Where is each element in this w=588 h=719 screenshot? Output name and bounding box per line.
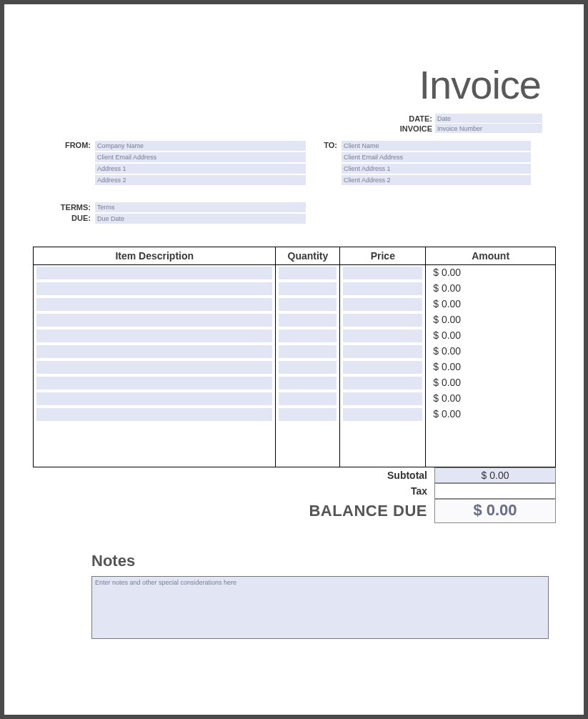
meta-block: DATE: INVOICE Date Invoice Number: [33, 114, 542, 134]
item-quantity-field[interactable]: [279, 282, 337, 295]
item-quantity-field[interactable]: [279, 267, 337, 279]
notes-textarea[interactable]: Enter notes and other special considerat…: [91, 576, 549, 639]
date-label: DATE:: [400, 114, 432, 124]
col-header-quantity: Quantity: [276, 247, 340, 265]
table-row: $ 0.00: [34, 407, 556, 422]
table-row: $ 0.00: [34, 375, 556, 391]
invoice-number-label: INVOICE: [400, 124, 432, 134]
item-price-field[interactable]: [343, 392, 422, 405]
item-price-field[interactable]: [343, 408, 422, 421]
balance-due-label: BALANCE DUE: [309, 499, 427, 523]
item-amount-value: $ 0.00: [426, 391, 555, 407]
item-amount-value: $ 0.00: [426, 328, 555, 344]
invoice-number-field[interactable]: Invoice Number: [435, 124, 542, 133]
table-row: $ 0.00: [34, 328, 556, 344]
col-header-price: Price: [340, 247, 426, 265]
item-price-field[interactable]: [343, 329, 422, 342]
terms-fields: Terms Due Date: [95, 202, 306, 225]
from-label: FROM:: [58, 141, 91, 187]
from-addr2-field[interactable]: Address 2: [95, 175, 306, 185]
due-field[interactable]: Due Date: [95, 214, 306, 224]
item-price-field[interactable]: [343, 314, 422, 327]
subtotal-label: Subtotal: [309, 467, 427, 483]
to-label: TO:: [320, 141, 337, 187]
col-header-description: Item Description: [34, 247, 276, 265]
table-row: $ 0.00: [34, 312, 556, 328]
item-quantity-field[interactable]: [279, 392, 337, 405]
item-description-field[interactable]: [36, 392, 272, 405]
from-block: FROM: Company Name Client Email Address …: [58, 141, 306, 187]
item-description-field[interactable]: [36, 267, 272, 279]
item-quantity-field[interactable]: [279, 377, 337, 390]
item-quantity-field[interactable]: [279, 329, 337, 342]
item-description-field[interactable]: [36, 314, 272, 327]
item-price-field[interactable]: [343, 361, 422, 374]
page-title: Invoice: [33, 61, 541, 108]
item-description-field[interactable]: [36, 377, 272, 390]
to-addr2-field[interactable]: Client Address 2: [342, 175, 531, 185]
col-header-amount: Amount: [426, 247, 556, 265]
items-table: Item Description Quantity Price Amount $…: [33, 247, 556, 467]
table-row: $ 0.00: [34, 281, 556, 297]
parties: FROM: Company Name Client Email Address …: [33, 141, 555, 187]
table-row: $ 0.00: [34, 265, 556, 282]
balance-due-value: $ 0.00: [434, 499, 556, 523]
item-amount-value: $ 0.00: [426, 344, 555, 360]
meta-labels: DATE: INVOICE: [400, 114, 435, 134]
to-block: TO: Client Name Client Email Address Cli…: [320, 141, 531, 187]
item-quantity-field[interactable]: [279, 314, 337, 327]
item-price-field[interactable]: [343, 267, 422, 279]
tax-value[interactable]: [434, 483, 556, 499]
item-amount-value: $ 0.00: [426, 312, 555, 328]
item-price-field[interactable]: [343, 282, 422, 295]
item-quantity-field[interactable]: [279, 408, 337, 421]
item-price-field[interactable]: [343, 377, 422, 390]
to-name-field[interactable]: Client Name: [342, 141, 531, 151]
from-fields: Company Name Client Email Address Addres…: [95, 141, 306, 187]
terms-field[interactable]: Terms: [95, 202, 306, 212]
from-addr1-field[interactable]: Address 1: [95, 164, 306, 174]
item-amount-value: $ 0.00: [426, 281, 555, 297]
item-quantity-field[interactable]: [279, 298, 337, 311]
totals-block: Subtotal Tax BALANCE DUE $ 0.00 $ 0.00: [33, 467, 556, 523]
item-amount-value: $ 0.00: [426, 360, 555, 375]
table-row: $ 0.00: [34, 297, 556, 312]
terms-block: TERMS: DUE: Terms Due Date: [33, 202, 555, 225]
item-price-field[interactable]: [343, 345, 422, 358]
meta-fields: Date Invoice Number: [435, 114, 542, 134]
item-description-field[interactable]: [36, 345, 272, 358]
item-description-field[interactable]: [36, 282, 272, 295]
item-description-field[interactable]: [36, 361, 272, 374]
due-label: DUE:: [58, 213, 91, 224]
to-email-field[interactable]: Client Email Address: [342, 152, 531, 162]
item-description-field[interactable]: [36, 408, 272, 421]
from-company-field[interactable]: Company Name: [95, 141, 306, 151]
date-field[interactable]: Date: [435, 114, 542, 123]
item-amount-value: $ 0.00: [426, 407, 555, 422]
table-spacer-row: [34, 422, 556, 467]
terms-labels: TERMS: DUE:: [58, 202, 91, 225]
subtotal-value: $ 0.00: [434, 467, 556, 483]
table-row: $ 0.00: [34, 360, 556, 375]
totals-values: $ 0.00 $ 0.00: [434, 467, 556, 523]
item-quantity-field[interactable]: [279, 361, 337, 374]
item-amount-value: $ 0.00: [426, 375, 555, 391]
item-description-field[interactable]: [36, 329, 272, 342]
item-amount-value: $ 0.00: [426, 265, 555, 281]
notes-heading: Notes: [91, 552, 555, 570]
terms-label: TERMS:: [58, 202, 91, 213]
to-fields: Client Name Client Email Address Client …: [342, 141, 531, 187]
table-row: $ 0.00: [34, 391, 556, 407]
from-email-field[interactable]: Client Email Address: [95, 152, 306, 162]
item-description-field[interactable]: [36, 298, 272, 311]
tax-label: Tax: [309, 483, 427, 499]
item-amount-value: $ 0.00: [426, 297, 555, 312]
item-quantity-field[interactable]: [279, 345, 337, 358]
item-price-field[interactable]: [343, 298, 422, 311]
table-row: $ 0.00: [34, 344, 556, 360]
totals-labels: Subtotal Tax BALANCE DUE: [309, 467, 434, 523]
table-header-row: Item Description Quantity Price Amount: [34, 247, 556, 265]
to-addr1-field[interactable]: Client Address 1: [342, 164, 531, 174]
invoice-page: Invoice DATE: INVOICE Date Invoice Numbe…: [4, 4, 584, 715]
